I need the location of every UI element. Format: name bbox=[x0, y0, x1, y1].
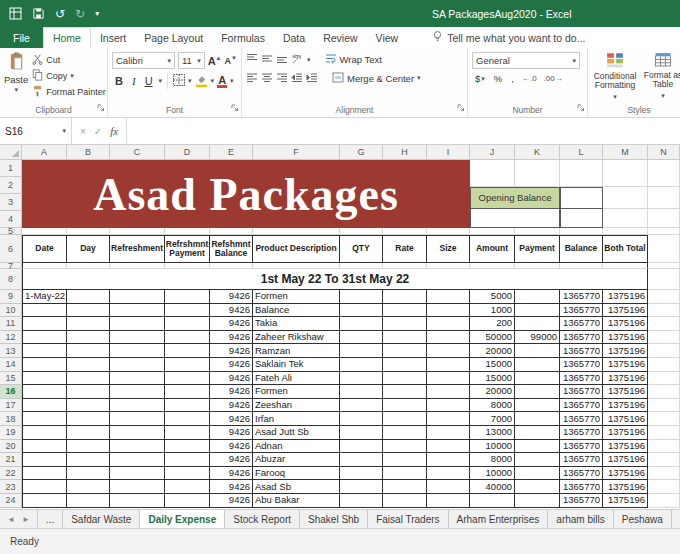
cell[interactable]: 1365770 bbox=[560, 440, 603, 454]
cell[interactable] bbox=[383, 480, 427, 494]
tab-data[interactable]: Data bbox=[274, 27, 314, 48]
cell[interactable]: 1365770 bbox=[560, 480, 603, 494]
cell[interactable] bbox=[427, 228, 470, 235]
cell[interactable] bbox=[165, 331, 210, 345]
cell[interactable] bbox=[383, 331, 427, 345]
cell[interactable] bbox=[67, 480, 110, 494]
cell[interactable] bbox=[67, 440, 110, 454]
cell[interactable] bbox=[67, 426, 110, 440]
cell[interactable] bbox=[427, 412, 470, 426]
cell[interactable]: Ramzan bbox=[253, 344, 340, 358]
cell[interactable]: Refshmnt Balance bbox=[210, 235, 253, 263]
cell[interactable] bbox=[340, 385, 383, 399]
column-header-i[interactable]: I bbox=[427, 145, 470, 159]
sheet-tab-0[interactable]: ... bbox=[38, 510, 63, 528]
cell[interactable]: 1365770 bbox=[560, 453, 603, 467]
cell[interactable] bbox=[648, 304, 680, 318]
cell[interactable] bbox=[67, 385, 110, 399]
cell[interactable]: Product Description bbox=[253, 235, 340, 263]
cell[interactable] bbox=[67, 453, 110, 467]
cell[interactable]: Amount bbox=[470, 235, 515, 263]
cell[interactable] bbox=[340, 399, 383, 413]
cell[interactable]: 1365770 bbox=[560, 358, 603, 372]
cell[interactable] bbox=[648, 209, 680, 228]
cell[interactable]: 1365770 bbox=[560, 344, 603, 358]
dialog-launcher-icon[interactable] bbox=[97, 103, 105, 114]
cell[interactable]: 200 bbox=[470, 317, 515, 331]
orientation-button[interactable]: ab bbox=[291, 52, 304, 67]
cell[interactable]: Irfan bbox=[253, 412, 340, 426]
sheet-tab-2[interactable]: Daily Expense bbox=[140, 510, 225, 528]
cell[interactable] bbox=[603, 209, 648, 228]
cell[interactable]: Refrshmnt Payment bbox=[165, 235, 210, 263]
cell[interactable] bbox=[110, 453, 165, 467]
opening-balance-cell[interactable]: Opening Balance bbox=[470, 187, 560, 209]
cell[interactable] bbox=[22, 453, 67, 467]
sheet-tab-4[interactable]: Shakel Shb bbox=[300, 510, 368, 528]
cell[interactable] bbox=[470, 494, 515, 508]
cell[interactable] bbox=[22, 399, 67, 413]
row-header-20[interactable]: 20 bbox=[0, 440, 22, 454]
column-header-h[interactable]: H bbox=[383, 145, 427, 159]
cell[interactable] bbox=[648, 453, 680, 467]
cell[interactable] bbox=[383, 290, 427, 304]
decrease-font-size-button[interactable]: A▼ bbox=[225, 55, 237, 66]
cell[interactable]: 9426 bbox=[210, 358, 253, 372]
cell[interactable]: 1375196 bbox=[603, 385, 648, 399]
decrease-decimal-button[interactable]: .00→ bbox=[542, 74, 565, 83]
increase-indent-button[interactable] bbox=[306, 72, 318, 85]
wrap-text-button[interactable]: Wrap Text bbox=[325, 53, 382, 67]
cell[interactable]: 9426 bbox=[210, 494, 253, 508]
dialog-launcher-icon[interactable] bbox=[577, 103, 585, 114]
cell[interactable] bbox=[515, 358, 560, 372]
cell[interactable] bbox=[110, 399, 165, 413]
cell[interactable] bbox=[67, 467, 110, 481]
column-header-l[interactable]: L bbox=[560, 145, 603, 159]
cell[interactable] bbox=[22, 344, 67, 358]
column-header-n[interactable]: N bbox=[648, 145, 680, 159]
cell[interactable]: 7000 bbox=[470, 412, 515, 426]
cell[interactable]: Saklain Tek bbox=[253, 358, 340, 372]
column-header-d[interactable]: D bbox=[165, 145, 210, 159]
cell[interactable] bbox=[515, 399, 560, 413]
row-header-13[interactable]: 13 bbox=[0, 344, 22, 358]
cell[interactable] bbox=[560, 187, 603, 209]
cell[interactable] bbox=[67, 228, 110, 235]
cell[interactable] bbox=[648, 228, 680, 235]
cell[interactable] bbox=[110, 494, 165, 508]
format-painter-button[interactable]: Format Painter bbox=[32, 85, 106, 99]
cell[interactable] bbox=[427, 304, 470, 318]
cell[interactable]: Formen bbox=[253, 385, 340, 399]
italic-button[interactable]: I bbox=[129, 75, 139, 88]
bold-button[interactable]: B bbox=[112, 75, 126, 88]
cell[interactable] bbox=[383, 494, 427, 508]
column-header-k[interactable]: K bbox=[515, 145, 560, 159]
cell[interactable] bbox=[22, 385, 67, 399]
cell[interactable]: 9426 bbox=[210, 412, 253, 426]
cell[interactable] bbox=[515, 304, 560, 318]
cell[interactable] bbox=[427, 290, 470, 304]
cell[interactable] bbox=[427, 358, 470, 372]
cell[interactable] bbox=[648, 385, 680, 399]
underline-button[interactable]: U bbox=[142, 75, 156, 88]
cell[interactable] bbox=[165, 372, 210, 386]
customize-quick-access-icon[interactable]: ▾ bbox=[95, 9, 99, 18]
cell[interactable]: 5000 bbox=[470, 290, 515, 304]
cell[interactable]: 8000 bbox=[470, 453, 515, 467]
cell[interactable] bbox=[340, 453, 383, 467]
cell[interactable] bbox=[67, 399, 110, 413]
format-as-table-button[interactable]: Format as Table ▾ bbox=[640, 52, 680, 103]
tab-home[interactable]: Home bbox=[43, 27, 91, 48]
cell[interactable] bbox=[22, 480, 67, 494]
cell[interactable] bbox=[427, 331, 470, 345]
row-header-12[interactable]: 12 bbox=[0, 331, 22, 345]
cell[interactable] bbox=[340, 228, 383, 235]
cell[interactable]: 9426 bbox=[210, 372, 253, 386]
cell[interactable] bbox=[110, 480, 165, 494]
cell[interactable] bbox=[253, 228, 340, 235]
cell[interactable] bbox=[340, 372, 383, 386]
row-header-17[interactable]: 17 bbox=[0, 399, 22, 413]
cell[interactable] bbox=[648, 235, 680, 263]
cell[interactable] bbox=[515, 426, 560, 440]
cell[interactable] bbox=[648, 317, 680, 331]
